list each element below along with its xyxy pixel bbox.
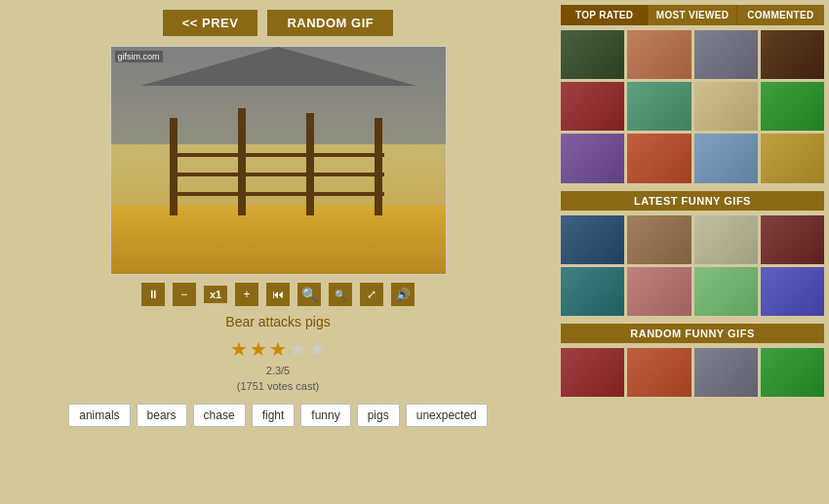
tabs-header: TOP RATED MOST VIEWED COMMENTED: [561, 5, 824, 25]
star-3[interactable]: ★: [269, 337, 287, 361]
star-2[interactable]: ★: [250, 337, 267, 361]
random-thumb-1[interactable]: [561, 348, 624, 397]
nav-buttons: << PREV RANDOM GIF: [20, 10, 536, 36]
right-panel: TOP RATED MOST VIEWED COMMENTED LATEST F…: [556, 0, 829, 504]
thumb-1[interactable]: [561, 30, 624, 79]
thumb-2[interactable]: [627, 30, 691, 79]
thumb-4[interactable]: [761, 30, 824, 79]
thumb-11[interactable]: [694, 134, 758, 182]
left-panel: << PREV RANDOM GIF gifsim.com ⏸ − x1 + ⏮…: [0, 0, 556, 504]
expand-button[interactable]: ⤢: [360, 283, 383, 306]
random-thumb-4[interactable]: [761, 348, 824, 397]
latest-section-header: LATEST FUNNY GIFS: [561, 191, 824, 211]
latest-thumb-3[interactable]: [694, 215, 758, 264]
star-1[interactable]: ★: [230, 337, 248, 361]
thumb-7[interactable]: [694, 82, 758, 131]
plus-button[interactable]: +: [235, 283, 258, 306]
gif-title[interactable]: Bear attacks pigs: [225, 314, 330, 330]
tag-animals[interactable]: animals: [68, 404, 130, 427]
minus-button[interactable]: −: [173, 283, 196, 306]
zoom-in-button[interactable]: 🔍: [329, 283, 352, 306]
rating-value: 2.3/5: [266, 365, 290, 376]
gif-container: gifsim.com: [110, 46, 447, 275]
thumb-3[interactable]: [694, 30, 758, 79]
volume-button[interactable]: 🔊: [391, 283, 414, 306]
tag-funny[interactable]: funny: [300, 404, 350, 427]
latest-thumb-1[interactable]: [561, 215, 624, 264]
latest-thumb-5[interactable]: [561, 267, 624, 316]
thumb-5[interactable]: [561, 82, 624, 131]
tag-bears[interactable]: bears: [137, 404, 187, 427]
random-grid: [561, 348, 824, 397]
latest-thumb-8[interactable]: [761, 267, 824, 316]
thumb-10[interactable]: [627, 134, 691, 182]
latest-grid: [561, 215, 824, 316]
tag-unexpected[interactable]: unexpected: [406, 404, 488, 427]
latest-thumb-4[interactable]: [761, 215, 824, 264]
thumb-12[interactable]: [761, 134, 824, 182]
rewind-button[interactable]: ⏮: [266, 283, 290, 306]
tag-pigs[interactable]: pigs: [357, 404, 400, 427]
x1-button[interactable]: x1: [204, 286, 227, 303]
random-gif-button[interactable]: RANDOM GIF: [267, 10, 393, 36]
latest-thumb-6[interactable]: [627, 267, 691, 316]
latest-thumb-7[interactable]: [694, 267, 758, 316]
prev-button[interactable]: << PREV: [163, 10, 258, 36]
thumb-6[interactable]: [627, 82, 691, 131]
tab-top-rated[interactable]: TOP RATED: [561, 5, 649, 25]
tag-chase[interactable]: chase: [193, 404, 246, 427]
tag-fight[interactable]: fight: [252, 404, 296, 427]
star-4[interactable]: ★: [289, 337, 306, 361]
random-section-header: RANDOM FUNNY GIFS: [561, 324, 824, 343]
tab-most-viewed[interactable]: MOST VIEWED: [649, 5, 736, 25]
pause-button[interactable]: ⏸: [141, 283, 165, 306]
gif-scene: [111, 47, 446, 274]
random-thumb-3[interactable]: [694, 348, 758, 397]
watermark: gifsim.com: [115, 51, 163, 62]
latest-thumb-2[interactable]: [627, 215, 691, 264]
thumb-8[interactable]: [761, 82, 824, 131]
tags-container: animals bears chase fight funny pigs une…: [68, 404, 488, 427]
zoom-out-button[interactable]: 🔍: [297, 283, 321, 306]
controls-bar: ⏸ − x1 + ⏮ 🔍 🔍 ⤢ 🔊: [141, 283, 414, 306]
tab-commented[interactable]: COMMENTED: [737, 5, 824, 25]
stars-rating: ★ ★ ★ ★ ★: [230, 337, 326, 361]
top-rated-grid: [561, 30, 824, 183]
random-thumb-2[interactable]: [627, 348, 691, 397]
rating-votes: (1751 votes cast): [237, 380, 319, 392]
thumb-9[interactable]: [561, 134, 624, 182]
star-5[interactable]: ★: [308, 337, 326, 361]
